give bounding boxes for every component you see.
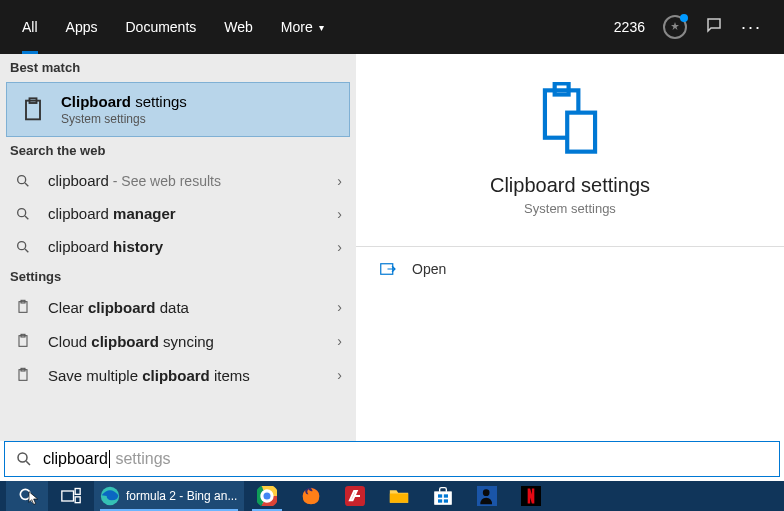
chevron-right-icon: › bbox=[337, 299, 342, 315]
store-icon bbox=[433, 486, 453, 506]
person-icon bbox=[477, 486, 497, 506]
taskview-icon bbox=[61, 486, 81, 506]
preview-pane: Clipboard settings System settings Open bbox=[356, 54, 784, 441]
clipboard-icon bbox=[14, 298, 32, 316]
clipboard-large-icon bbox=[536, 82, 604, 160]
chevron-right-icon: › bbox=[337, 173, 342, 189]
s2c: items bbox=[210, 367, 250, 384]
section-search-web: Search the web bbox=[0, 137, 356, 164]
svg-point-2 bbox=[18, 175, 26, 183]
folder-icon bbox=[389, 486, 409, 506]
web-result-0-text: clipboard bbox=[48, 172, 109, 189]
s0c: data bbox=[156, 299, 189, 316]
preview-title: Clipboard settings bbox=[490, 174, 650, 197]
svg-rect-37 bbox=[444, 494, 448, 497]
svg-rect-38 bbox=[438, 499, 442, 502]
more-options-icon[interactable]: ··· bbox=[741, 17, 762, 38]
svg-line-19 bbox=[26, 461, 30, 465]
clipboard-icon bbox=[19, 96, 47, 124]
settings-clear-clipboard[interactable]: Clear clipboard data › bbox=[0, 290, 356, 324]
svg-rect-16 bbox=[567, 113, 595, 152]
search-results-panel: Best match Clipboard settings System set… bbox=[0, 54, 784, 441]
search-input[interactable]: clipboard settings bbox=[4, 441, 780, 477]
svg-rect-22 bbox=[62, 491, 74, 501]
web-result-clipboard[interactable]: clipboard - See web results › bbox=[0, 164, 356, 197]
tab-more[interactable]: More ▾ bbox=[267, 0, 338, 54]
search-suggestion-text: settings bbox=[111, 450, 171, 467]
taskbar-edge-window[interactable]: formula 2 - Bing an... bbox=[94, 481, 244, 511]
section-best-match: Best match bbox=[0, 54, 356, 81]
s0a: Clear bbox=[48, 299, 88, 316]
web-result-clipboard-history[interactable]: clipboard history › bbox=[0, 230, 356, 263]
best-match-title-rest: settings bbox=[131, 93, 187, 110]
svg-point-41 bbox=[483, 489, 490, 496]
svg-point-4 bbox=[18, 208, 26, 216]
chevron-right-icon: › bbox=[337, 239, 342, 255]
open-label: Open bbox=[412, 261, 446, 277]
svg-rect-34 bbox=[390, 494, 408, 503]
section-settings: Settings bbox=[0, 263, 356, 290]
tab-web[interactable]: Web bbox=[210, 0, 267, 54]
taskbar-firefox[interactable] bbox=[290, 481, 332, 511]
taskbar-netflix[interactable] bbox=[510, 481, 552, 511]
web-result-clipboard-manager[interactable]: clipboard manager › bbox=[0, 197, 356, 230]
chevron-right-icon: › bbox=[337, 206, 342, 222]
tab-apps[interactable]: Apps bbox=[52, 0, 112, 54]
taskbar-chrome[interactable] bbox=[246, 481, 288, 511]
results-list: Best match Clipboard settings System set… bbox=[0, 54, 356, 441]
svg-line-5 bbox=[25, 216, 28, 219]
web-result-1-prefix: clipboard bbox=[48, 205, 113, 222]
text-caret bbox=[109, 450, 110, 468]
svg-point-18 bbox=[18, 453, 27, 462]
search-icon bbox=[14, 239, 32, 255]
web-result-0-sub: - See web results bbox=[109, 173, 221, 189]
firefox-icon bbox=[301, 486, 321, 506]
taskbar-app-generic[interactable] bbox=[466, 481, 508, 511]
web-result-1-bold: manager bbox=[113, 205, 176, 222]
preview-subtitle: System settings bbox=[524, 201, 616, 216]
taskbar-store[interactable] bbox=[422, 481, 464, 511]
clipboard-icon bbox=[14, 332, 32, 350]
svg-rect-24 bbox=[75, 497, 80, 503]
expressvpn-icon bbox=[345, 486, 365, 506]
best-match-item[interactable]: Clipboard settings System settings bbox=[6, 82, 350, 137]
taskbar-expressvpn[interactable] bbox=[334, 481, 376, 511]
tab-all[interactable]: All bbox=[8, 0, 52, 54]
taskbar-search-button[interactable] bbox=[6, 481, 48, 511]
header-right: 2236 ··· bbox=[614, 15, 776, 39]
rewards-icon[interactable] bbox=[663, 15, 687, 39]
chevron-down-icon: ▾ bbox=[319, 22, 324, 33]
web-result-2-prefix: clipboard bbox=[48, 238, 113, 255]
web-result-2-bold: history bbox=[113, 238, 163, 255]
best-match-subtitle: System settings bbox=[61, 112, 187, 126]
search-header: All Apps Documents Web More ▾ 2236 ··· bbox=[0, 0, 784, 54]
chevron-right-icon: › bbox=[337, 333, 342, 349]
search-icon bbox=[15, 450, 33, 468]
s0b: clipboard bbox=[88, 299, 156, 316]
taskbar-edge-title: formula 2 - Bing an... bbox=[126, 489, 237, 503]
settings-save-multiple[interactable]: Save multiple clipboard items › bbox=[0, 358, 356, 392]
taskbar: formula 2 - Bing an... bbox=[0, 481, 784, 511]
taskbar-taskview-button[interactable] bbox=[50, 481, 92, 511]
svg-rect-23 bbox=[75, 489, 80, 495]
tab-documents[interactable]: Documents bbox=[111, 0, 210, 54]
netflix-icon bbox=[521, 486, 541, 506]
svg-rect-35 bbox=[435, 492, 452, 505]
open-action[interactable]: Open bbox=[356, 247, 784, 291]
open-icon bbox=[380, 261, 398, 277]
svg-line-7 bbox=[25, 249, 28, 252]
taskbar-file-explorer[interactable] bbox=[378, 481, 420, 511]
cursor-icon bbox=[28, 491, 42, 507]
search-typed-text: clipboard bbox=[43, 450, 108, 467]
settings-cloud-clipboard[interactable]: Cloud clipboard syncing › bbox=[0, 324, 356, 358]
tab-more-label: More bbox=[281, 19, 313, 35]
best-match-text: Clipboard settings System settings bbox=[61, 93, 187, 126]
svg-point-6 bbox=[18, 241, 26, 249]
s1c: syncing bbox=[159, 333, 214, 350]
feedback-icon[interactable] bbox=[705, 16, 723, 38]
best-match-title-bold: Clipboard bbox=[61, 93, 131, 110]
rewards-points: 2236 bbox=[614, 19, 645, 35]
s1b: clipboard bbox=[91, 333, 159, 350]
chrome-icon bbox=[257, 486, 277, 506]
search-icon bbox=[14, 206, 32, 222]
